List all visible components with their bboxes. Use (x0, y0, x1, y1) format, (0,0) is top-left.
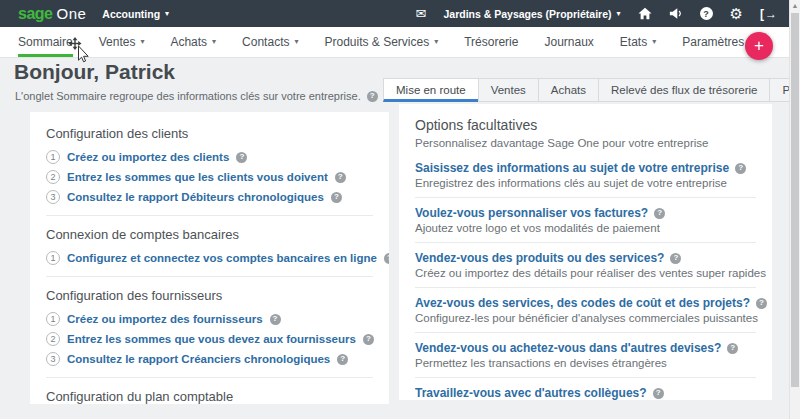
option-link[interactable]: Travaillez-vous avec d'autres collègues? (415, 386, 647, 400)
chevron-down-icon: ▾ (165, 9, 169, 18)
scrollbar-thumb[interactable] (791, 13, 799, 387)
options-subtitle: Personnalisez davantage Sage One pour vo… (415, 137, 756, 149)
logo-sage-text: sage (18, 5, 52, 23)
setup-step-link[interactable]: Créez ou importez des fournisseurs (67, 313, 263, 325)
nav-item-etats[interactable]: Etats ▾ (620, 27, 656, 57)
divider (46, 215, 373, 216)
chevron-down-icon: ▾ (617, 9, 621, 18)
nav-item-label: Sommaire (18, 35, 73, 49)
divider (46, 377, 373, 378)
step-number-badge: 2 (46, 332, 60, 346)
help-icon[interactable]: ? (384, 253, 389, 264)
nav-item-label: Ventes (99, 35, 136, 49)
nav-item-label: Trésorerie (464, 35, 518, 49)
setup-step-link[interactable]: Consultez le rapport Créanciers chronolo… (67, 353, 330, 365)
setup-step-link[interactable]: Entrez les sommes que vous devez aux fou… (67, 333, 356, 345)
setup-panel: Configuration des clients 1 Créez ou imp… (30, 112, 389, 404)
help-icon[interactable]: ? (756, 298, 767, 309)
option-desc: Enregistrez des informations clés au suj… (415, 177, 756, 189)
setup-step-link[interactable]: Créez ou importez des clients (67, 151, 229, 163)
help-icon[interactable]: ? (670, 253, 681, 264)
setup-step: 3 Consultez le rapport Débiteurs chronol… (46, 190, 373, 204)
summary-tabs: Mise en route Ventes Achats Relevé des f… (383, 78, 800, 102)
help-icon[interactable]: ? (367, 91, 378, 102)
home-icon[interactable] (638, 7, 652, 20)
help-icon[interactable]: ? (337, 354, 348, 365)
tab-mise-en-route[interactable]: Mise en route (383, 78, 479, 102)
account-menu-label: Jardins & Paysages (Propriétaire) (443, 8, 611, 20)
product-menu-accounting[interactable]: Accounting ▾ (102, 8, 169, 20)
divider (415, 332, 756, 333)
gear-icon[interactable]: ⚙ (730, 6, 743, 21)
option-link[interactable]: Voulez-vous personnaliser vos factures? (415, 206, 648, 220)
tab-achats[interactable]: Achats (538, 78, 599, 102)
logout-icon[interactable]: [→ (760, 7, 777, 21)
option-desc: Configurez-les pour bénéficier d'analyse… (415, 312, 756, 324)
setup-step-link[interactable]: Consultez le rapport Débiteurs chronolog… (67, 191, 324, 203)
account-menu[interactable]: Jardins & Paysages (Propriétaire) ▾ (443, 8, 620, 20)
option-link[interactable]: Vendez-vous ou achetez-vous dans d'autre… (415, 341, 721, 355)
option-item: Saisissez des informations au sujet de v… (415, 161, 756, 189)
nav-item-label: Contacts (242, 35, 289, 49)
chevron-down-icon: ▾ (434, 37, 438, 46)
nav-item-produits-services[interactable]: Produits & Services ▾ (324, 27, 438, 57)
plus-icon: + (754, 36, 764, 56)
help-icon[interactable]: ? (363, 334, 374, 345)
option-link[interactable]: Vendez-vous des produits ou des services… (415, 251, 664, 265)
envelope-icon[interactable]: ✉ (416, 7, 427, 20)
help-icon[interactable]: ? (335, 172, 346, 183)
divider (415, 377, 756, 378)
step-number-badge: 3 (46, 190, 60, 204)
logo-one-text: One (56, 5, 86, 22)
tab-releve-flux-tresorerie[interactable]: Relevé des flux de trésorerie (598, 78, 770, 102)
help-icon[interactable]: ? (654, 208, 665, 219)
megaphone-icon[interactable] (669, 7, 683, 20)
chevron-down-icon: ▾ (294, 37, 298, 46)
tab-ventes[interactable]: Ventes (478, 78, 539, 102)
nav-item-sommaire[interactable]: Sommaire (18, 27, 73, 57)
add-button[interactable]: + (745, 32, 773, 60)
page-subtitle-row: L'onglet Sommaire regroupe des informati… (15, 90, 378, 102)
setup-step: 1 Configurez et connectez vos comptes ba… (46, 251, 373, 265)
nav-item-ventes[interactable]: Ventes ▾ (99, 27, 145, 57)
nav-item-parametres[interactable]: Paramètres (682, 27, 744, 57)
main-nav: Sommaire Ventes ▾ Achats ▾ Contacts ▾ Pr… (0, 27, 789, 58)
help-icon[interactable]: ? (735, 163, 746, 174)
nav-item-tresorerie[interactable]: Trésorerie (464, 27, 518, 57)
option-link[interactable]: Saisissez des informations au sujet de v… (415, 161, 729, 175)
nav-item-contacts[interactable]: Contacts ▾ (242, 27, 298, 57)
scroll-up-icon[interactable]: ▲ (790, 2, 800, 9)
setup-step: 1 Créez ou importez des fournisseurs ? (46, 312, 373, 326)
option-link[interactable]: Avez-vous des services, des codes de coû… (415, 296, 750, 310)
help-icon[interactable]: ? (727, 343, 738, 354)
setup-step-link[interactable]: Entrez les sommes que les clients vous d… (67, 171, 328, 183)
options-title: Options facultatives (415, 117, 756, 133)
divider (415, 242, 756, 243)
section-title-banques: Connexion de comptes bancaires (46, 227, 373, 242)
setup-step-link[interactable]: Configurez et connectez vos comptes banc… (67, 252, 377, 264)
section-title-plan-comptable: Configuration du plan comptable (46, 389, 373, 404)
divider (415, 197, 756, 198)
product-menu-label: Accounting (102, 8, 160, 20)
help-icon[interactable]: ? (331, 192, 342, 203)
top-app-bar: sage One Accounting ▾ ✉ Jardins & Paysag… (0, 0, 789, 27)
nav-item-label: Achats (170, 35, 207, 49)
help-icon[interactable]: ? (653, 388, 664, 399)
nav-item-label: Journaux (544, 35, 593, 49)
help-icon[interactable]: ? (700, 7, 713, 20)
help-icon[interactable]: ? (236, 152, 247, 163)
option-item: Travaillez-vous avec d'autres collègues?… (415, 386, 756, 400)
nav-item-label: Etats (620, 35, 647, 49)
chevron-down-icon: ▾ (140, 37, 144, 46)
vertical-scrollbar[interactable]: ▲ (789, 0, 800, 419)
option-item: Vendez-vous ou achetez-vous dans d'autre… (415, 341, 756, 369)
options-panel: Options facultatives Personnalisez davan… (399, 104, 772, 400)
nav-item-achats[interactable]: Achats ▾ (170, 27, 216, 57)
divider (415, 287, 756, 288)
option-item: Vendez-vous des produits ou des services… (415, 251, 756, 279)
sage-one-logo[interactable]: sage One (18, 5, 86, 23)
nav-item-journaux[interactable]: Journaux (544, 27, 593, 57)
help-icon[interactable]: ? (270, 314, 281, 325)
setup-step: 3 Consultez le rapport Créanciers chrono… (46, 352, 373, 366)
section-title-clients: Configuration des clients (46, 126, 373, 141)
